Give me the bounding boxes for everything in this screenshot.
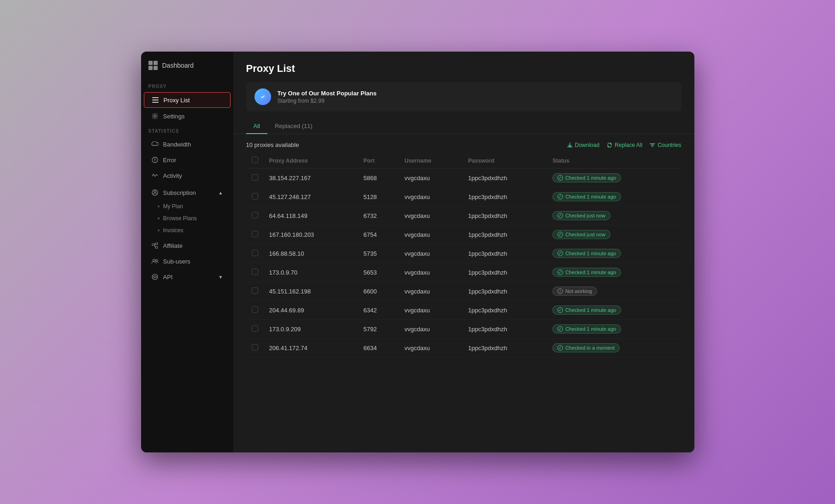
status-icon: ✓ <box>557 213 563 218</box>
svg-rect-11 <box>155 246 158 248</box>
row-checkbox-4[interactable] <box>252 250 258 256</box>
row-checkbox-7[interactable] <box>252 306 258 313</box>
row-checkbox-5[interactable] <box>252 269 258 275</box>
countries-label: Countries <box>657 142 681 148</box>
promo-banner[interactable]: Try One of Our Most Popular Plans Starti… <box>246 82 681 111</box>
status-icon: ✓ <box>557 345 563 351</box>
proxy-username: vvgcdaxu <box>399 263 462 282</box>
row-checkbox-2[interactable] <box>252 212 258 218</box>
proxy-address: 167.160.180.203 <box>264 225 358 244</box>
tab-replaced[interactable]: Replaced (11) <box>267 119 320 134</box>
download-label: Download <box>575 142 599 148</box>
cloud-icon <box>151 141 159 148</box>
select-all-checkbox[interactable] <box>252 157 258 163</box>
proxy-status: ✓ Checked 1 minute ago <box>547 301 681 320</box>
proxy-port: 6600 <box>358 282 399 301</box>
activity-label: Activity <box>163 172 182 179</box>
row-checkbox-0[interactable] <box>252 174 258 181</box>
download-button[interactable]: Download <box>567 142 599 148</box>
sidebar-item-sub-users[interactable]: Sub-users <box>144 254 231 269</box>
table-row: 167.160.180.203 6754 vvgcdaxu 1ppc3pdxdh… <box>246 225 681 244</box>
svg-point-3 <box>154 115 156 117</box>
sidebar-item-activity[interactable]: Activity <box>144 168 231 183</box>
sidebar-item-affiliate[interactable]: Affiliate <box>144 238 231 253</box>
row-checkbox-3[interactable] <box>252 231 258 237</box>
sidebar-item-settings[interactable]: Settings <box>144 109 231 123</box>
col-header-address: Proxy Address <box>264 153 358 169</box>
row-checkbox-8[interactable] <box>252 325 258 332</box>
status-icon: ✓ <box>557 326 563 332</box>
status-badge: ✓ Checked in a moment <box>552 343 620 352</box>
users-icon <box>151 258 159 265</box>
user-circle-icon <box>151 189 159 196</box>
proxy-table: Proxy Address Port Username Password Sta… <box>246 153 681 357</box>
proxy-status: ✓ Checked just now <box>547 206 681 225</box>
svg-rect-9 <box>152 244 154 246</box>
download-icon <box>567 142 573 148</box>
status-badge: ✓ Checked 1 minute ago <box>552 192 621 201</box>
tab-all[interactable]: All <box>246 119 267 134</box>
settings-label: Settings <box>163 113 185 120</box>
proxy-port: 5735 <box>358 244 399 263</box>
dashboard-link[interactable]: Dashboard <box>141 61 233 79</box>
table-row: 166.88.58.10 5735 vvgcdaxu 1ppc3pdxdhzh … <box>246 244 681 263</box>
status-icon: ✓ <box>557 232 563 237</box>
proxy-address: 45.151.162.198 <box>264 282 358 301</box>
tabs-bar: All Replaced (11) <box>233 119 694 134</box>
list-icon <box>152 96 159 104</box>
dashboard-label: Dashboard <box>162 62 194 69</box>
promo-title: Try One of Our Most Popular Plans <box>278 90 377 97</box>
statistics-section-label: STATISTICS <box>141 124 233 136</box>
proxy-status: ✓ Checked 1 minute ago <box>547 169 681 188</box>
proxy-username: vvgcdaxu <box>399 225 462 244</box>
table-row: 173.0.9.209 5792 vvgcdaxu 1ppc3pdxdhzh ✓… <box>246 320 681 339</box>
activity-icon <box>151 172 159 179</box>
sub-users-label: Sub-users <box>163 258 190 265</box>
proxy-address: 173.0.9.70 <box>264 263 358 282</box>
proxy-address: 166.88.58.10 <box>264 244 358 263</box>
sidebar-item-proxy-list[interactable]: Proxy List <box>144 92 231 108</box>
sidebar-item-subscription[interactable]: Subscription ▲ <box>144 185 231 200</box>
row-checkbox-9[interactable] <box>252 344 258 351</box>
proxy-status: ✓ Checked 1 minute ago <box>547 320 681 339</box>
sidebar-item-error[interactable]: Error <box>144 152 231 167</box>
status-badge: ✓ Checked 1 minute ago <box>552 173 621 182</box>
proxy-toolbar: 10 proxies available Download Replace <box>233 134 694 153</box>
svg-point-15 <box>156 259 158 261</box>
status-badge: ! Not working <box>552 287 597 296</box>
error-label: Error <box>163 157 177 164</box>
proxy-port: 5653 <box>358 263 399 282</box>
svg-rect-2 <box>152 102 159 103</box>
table-row: 45.127.248.127 5128 vvgcdaxu 1ppc3pdxdhz… <box>246 188 681 206</box>
promo-subtitle: Starting from $2.99 <box>278 98 377 104</box>
proxy-port: 6342 <box>358 301 399 320</box>
alert-icon <box>151 156 159 164</box>
svg-rect-10 <box>155 243 158 245</box>
replace-all-label: Replace All <box>615 142 642 148</box>
sub-dot-icon <box>158 205 160 207</box>
sidebar-sub-browse-plans[interactable]: Browse Plans <box>141 212 233 224</box>
bandwidth-label: Bandwidth <box>163 141 191 148</box>
row-checkbox-6[interactable] <box>252 287 258 294</box>
proxy-port: 5868 <box>358 169 399 188</box>
proxy-username: vvgcdaxu <box>399 282 462 301</box>
app-container: Dashboard PROXY Proxy List Settings <box>141 52 694 452</box>
status-icon: ! <box>557 288 563 294</box>
sidebar-item-bandwidth[interactable]: Bandwidth <box>144 137 231 152</box>
replace-all-button[interactable]: Replace All <box>607 142 642 148</box>
api-icon <box>151 273 159 281</box>
table-row: 64.64.118.149 6732 vvgcdaxu 1ppc3pdxdhzh… <box>246 206 681 225</box>
status-icon: ✓ <box>557 307 563 313</box>
sidebar-sub-my-plan[interactable]: My Plan <box>141 200 233 212</box>
row-checkbox-1[interactable] <box>252 193 258 199</box>
status-icon: ✓ <box>557 175 563 181</box>
sidebar-item-api[interactable]: API ▼ <box>144 270 231 284</box>
gear-icon <box>151 112 159 120</box>
table-row: 45.151.162.198 6600 vvgcdaxu 1ppc3pdxdhz… <box>246 282 681 301</box>
countries-button[interactable]: Countries <box>650 142 681 148</box>
sidebar: Dashboard PROXY Proxy List Settings <box>141 52 233 452</box>
proxy-address: 204.44.69.89 <box>264 301 358 320</box>
proxy-password: 1ppc3pdxdhzh <box>462 188 547 206</box>
sidebar-sub-invoices[interactable]: Invoices <box>141 224 233 236</box>
proxy-address: 64.64.118.149 <box>264 206 358 225</box>
